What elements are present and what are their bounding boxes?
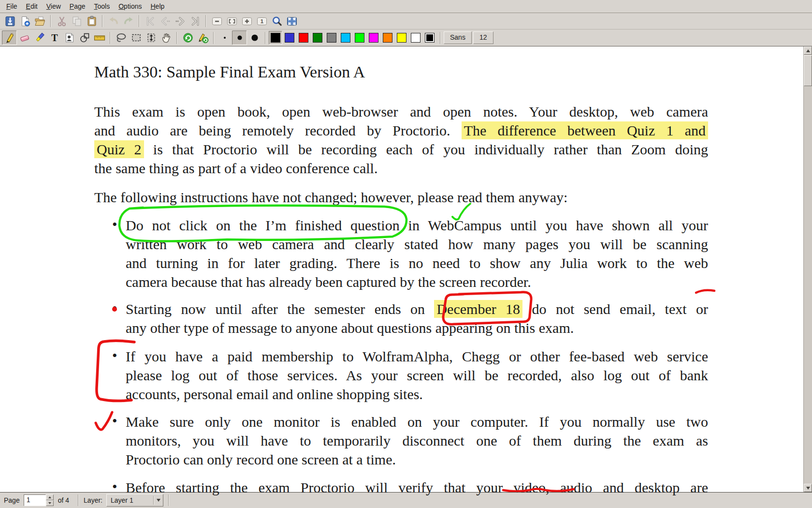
- zoom-fit-width-button[interactable]: [224, 14, 239, 29]
- color-black-swatch[interactable]: [269, 31, 282, 45]
- zoom-out-button[interactable]: [209, 14, 224, 29]
- page-number-input[interactable]: 1: [24, 494, 46, 506]
- page-up-stepper[interactable]: [46, 494, 54, 500]
- menu-file[interactable]: File: [2, 0, 22, 12]
- scrollbar-thumb[interactable]: [804, 55, 812, 86]
- page-spinbox: 1: [24, 494, 54, 506]
- set-as-default-button[interactable]: [195, 30, 210, 45]
- color-yellow-swatch[interactable]: [395, 31, 408, 45]
- toolbar-separator: [176, 32, 177, 44]
- highlighted-text: The difference between Quiz 1 and: [462, 121, 708, 139]
- green-color: [313, 33, 322, 43]
- color-white-swatch[interactable]: [409, 31, 422, 45]
- menu-bar: File Edit View Page Tools Options Help: [0, 0, 812, 13]
- zoom-in-icon: [241, 15, 253, 27]
- pdf-page: Math 330: Sample Final Exam Version A Th…: [0, 46, 803, 492]
- document-line: Do not click on the I’m finished questio…: [126, 216, 708, 235]
- bullet-marker: •: [112, 215, 117, 234]
- text-run: the same thing as part of a video confer…: [94, 160, 377, 176]
- menu-view[interactable]: View: [42, 0, 65, 12]
- menu-tools[interactable]: Tools: [90, 0, 115, 12]
- color-orange-swatch[interactable]: [381, 31, 394, 45]
- document-line: accounts, personal email and online shop…: [126, 385, 708, 403]
- fullscreen-icon: [286, 15, 298, 27]
- text-run: and audio are being remotely recorded by…: [94, 122, 462, 138]
- thickness-medium-button[interactable]: [232, 30, 247, 45]
- thickness-fine-icon: [219, 32, 231, 44]
- zoom-100-button[interactable]: 1: [254, 14, 269, 29]
- color-gray-swatch[interactable]: [325, 31, 338, 45]
- first-page-icon: [145, 15, 156, 27]
- thickness-fine-button[interactable]: [217, 30, 232, 45]
- menu-page[interactable]: Page: [65, 0, 90, 12]
- fullscreen-button[interactable]: [284, 14, 299, 29]
- next-page-button[interactable]: [173, 14, 188, 29]
- ruler-icon: [94, 32, 105, 44]
- find-button[interactable]: [269, 14, 284, 29]
- bullet-marker: •: [112, 346, 117, 365]
- black-color: [271, 33, 280, 43]
- zoom-in-button[interactable]: [239, 14, 254, 29]
- yellow-color: [397, 33, 406, 43]
- image-tool-button[interactable]: [62, 30, 77, 45]
- paste-button[interactable]: [84, 14, 99, 29]
- scroll-down-button[interactable]: [804, 484, 812, 492]
- white-color: [411, 33, 420, 43]
- color-magenta-swatch[interactable]: [367, 31, 380, 45]
- text-run: This exam is open book, open web-browser…: [94, 104, 708, 120]
- eraser-button[interactable]: [17, 30, 32, 45]
- orange-color: [383, 33, 392, 43]
- document-line: Before starting the exam Proctorio will …: [126, 478, 708, 497]
- pen-button[interactable]: [2, 30, 17, 45]
- default-tool-button[interactable]: [180, 30, 195, 45]
- open-button[interactable]: [32, 14, 47, 29]
- font-size-button[interactable]: 12: [473, 31, 493, 44]
- save-button[interactable]: [2, 14, 17, 29]
- cut-button: [54, 14, 69, 29]
- text-run: is that Proctorio will be recording each…: [144, 141, 708, 157]
- select-region-button[interactable]: [114, 30, 129, 45]
- red-color: [299, 33, 308, 43]
- tools-toolbar: TSans12: [0, 30, 812, 46]
- vertical-scrollbar[interactable]: [803, 46, 812, 492]
- document-line: This exam is open book, open web-browser…: [94, 102, 708, 121]
- layer-label: Layer:: [84, 496, 102, 504]
- shape-recognizer-button[interactable]: [77, 30, 92, 45]
- bullet-item: •If you have a paid membership to Wolfra…: [126, 347, 708, 403]
- text-run: Starting now until after the semester en…: [126, 301, 434, 317]
- color-red-swatch[interactable]: [297, 31, 310, 45]
- document-line: camera because that has already been cap…: [126, 272, 708, 291]
- select-rectangle-button[interactable]: [129, 30, 144, 45]
- bullet-item: •Starting now until after the semester e…: [126, 299, 708, 337]
- hand-tool-button[interactable]: [159, 30, 174, 45]
- thickness-medium-icon: [234, 32, 246, 44]
- menu-options[interactable]: Options: [114, 0, 146, 12]
- menu-help[interactable]: Help: [146, 0, 169, 12]
- color-color-chooser-button[interactable]: [423, 31, 436, 45]
- vertical-space-button[interactable]: [144, 30, 159, 45]
- text-tool-button[interactable]: T: [47, 30, 62, 45]
- document-line: and turning in for later grading. There …: [126, 254, 708, 272]
- scroll-up-button[interactable]: [804, 46, 812, 55]
- page-down-stepper[interactable]: [46, 500, 54, 506]
- highlighted-text: Quiz 2: [94, 140, 144, 158]
- document-canvas[interactable]: Math 330: Sample Final Exam Version A Th…: [0, 46, 812, 492]
- document-line: If you have a paid membership to Wolfram…: [126, 347, 708, 366]
- save-icon: [4, 15, 16, 27]
- color-blue-swatch[interactable]: [283, 31, 296, 45]
- highlighter-icon: [34, 32, 45, 44]
- document-title: Math 330: Sample Final Exam Version A: [94, 63, 365, 81]
- thickness-thick-button[interactable]: [247, 30, 262, 45]
- document-line: any other type of message to anyone abou…: [126, 318, 708, 337]
- color-lightgreen-swatch[interactable]: [353, 31, 366, 45]
- color-lightblue-swatch[interactable]: [339, 31, 352, 45]
- ruler-button[interactable]: [92, 30, 107, 45]
- new-button[interactable]: [17, 14, 32, 29]
- color-green-swatch[interactable]: [311, 31, 324, 45]
- undo-button: [106, 14, 121, 29]
- last-page-button[interactable]: [188, 14, 203, 29]
- menu-edit[interactable]: Edit: [22, 0, 42, 12]
- font-name-button[interactable]: Sans: [444, 31, 472, 44]
- text-run: written work to web camera and clearly s…: [126, 236, 708, 252]
- highlighter-button[interactable]: [32, 30, 47, 45]
